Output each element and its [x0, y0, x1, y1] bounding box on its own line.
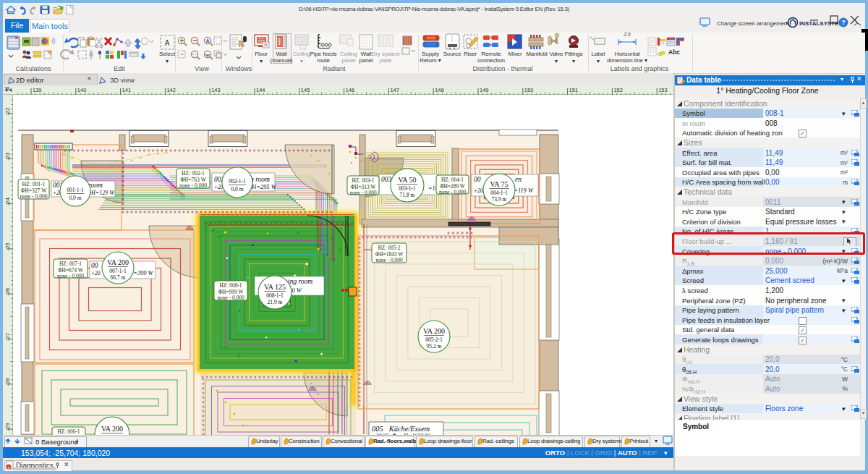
svg-text:VA 200: VA 200: [101, 425, 123, 433]
svg-text:141: 141: [122, 87, 132, 93]
svg-text:none - 0,000: none - 0,000: [217, 295, 244, 301]
svg-text:?: ?: [841, 19, 846, 26]
svg-text:-28: -28: [4, 378, 11, 386]
svg-text:g room: g room: [250, 176, 270, 183]
svg-text:none - 0,000: none - 0,000: [20, 193, 47, 200]
svg-text:145: 145: [301, 87, 310, 93]
svg-text:152: 152: [613, 87, 623, 93]
svg-text:150: 150: [524, 87, 534, 93]
svg-text:151: 151: [569, 87, 579, 93]
svg-text:0,0 m: 0,0 m: [69, 195, 81, 201]
svg-text:005 Küche/Essem: 005 Küche/Essem: [372, 425, 430, 433]
svg-text:142: 142: [166, 87, 176, 93]
svg-text:-29: -29: [4, 423, 11, 431]
svg-text:-24: -24: [4, 198, 11, 206]
svg-text:71,8 m: 71,8 m: [400, 192, 415, 198]
svg-text:VA 125: VA 125: [264, 283, 286, 291]
svg-text:VA 75: VA 75: [490, 180, 508, 188]
svg-text:00: 00: [474, 176, 481, 183]
svg-text:139: 139: [33, 87, 42, 93]
svg-text:148: 148: [435, 87, 444, 93]
svg-text:95,2 m: 95,2 m: [427, 343, 442, 350]
svg-text:H=295 W: H=295 W: [251, 183, 277, 190]
svg-text:144: 144: [256, 87, 265, 93]
svg-text:VA 200: VA 200: [107, 258, 129, 266]
svg-text:none - 0,000: none - 0,000: [179, 182, 207, 189]
svg-text:=399 W: =399 W: [133, 269, 154, 276]
svg-text:none - 0,000: none - 0,000: [439, 189, 466, 195]
svg-text:001-1-1: 001-1-1: [67, 187, 84, 193]
svg-text:146: 146: [346, 87, 355, 93]
svg-text:0,0 m: 0,0 m: [231, 186, 243, 192]
svg-text:VA 50: VA 50: [398, 176, 416, 184]
svg-text:x: x: [8, 465, 10, 470]
svg-text:+20: +20: [474, 187, 483, 194]
svg-text:ΦH=129 W: ΦH=129 W: [87, 190, 115, 196]
svg-text:2.0: 2.0: [623, 32, 630, 37]
svg-text:003: 003: [381, 176, 392, 183]
svg-text:VA 200: VA 200: [423, 327, 445, 335]
svg-text:-27: -27: [4, 333, 11, 341]
svg-text:153: 153: [658, 87, 668, 93]
svg-text:ing room: ing room: [288, 278, 312, 285]
svg-text:en: en: [515, 176, 522, 183]
svg-text:002-1-1: 002-1-1: [229, 178, 246, 185]
svg-text:A: A: [205, 38, 209, 43]
svg-text:00: 00: [91, 262, 98, 269]
svg-text:-22: -22: [4, 108, 11, 116]
svg-text:21,9 m: 21,9 m: [268, 299, 283, 305]
svg-text:A: A: [165, 39, 170, 47]
svg-text:147: 147: [390, 87, 399, 93]
svg-text:140: 140: [77, 87, 87, 93]
svg-text:-23: -23: [4, 153, 11, 161]
svg-text:143: 143: [211, 87, 221, 93]
svg-text:66,7 m: 66,7 m: [111, 274, 126, 281]
svg-text:73,9 m: 73,9 m: [492, 196, 507, 203]
svg-text:=119 W: =119 W: [514, 187, 534, 194]
svg-text:none - 0,000: none - 0,000: [375, 257, 402, 263]
svg-text:none - 0,000: none - 0,000: [57, 273, 84, 279]
svg-text:149: 149: [480, 87, 489, 93]
svg-text:none - 0,000: none - 0,000: [349, 190, 376, 196]
svg-text:+20: +20: [91, 270, 101, 276]
svg-text:-25: -25: [4, 242, 11, 250]
svg-text:-26: -26: [4, 288, 11, 296]
